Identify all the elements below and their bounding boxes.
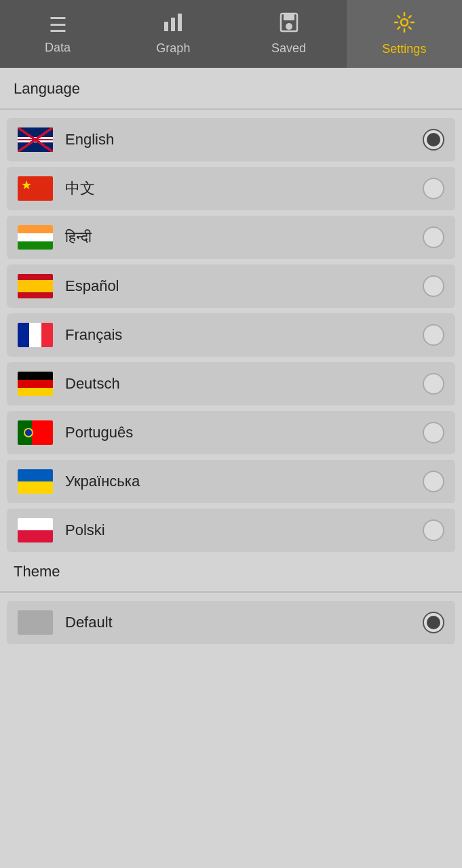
language-name-es: Español	[65, 277, 423, 295]
theme-divider	[0, 591, 462, 593]
radio-zh[interactable]	[423, 178, 444, 199]
language-list: English 中文 हिन्दी Español Français	[0, 113, 462, 557]
theme-name-default: Default	[65, 614, 423, 631]
radio-pl[interactable]	[423, 519, 444, 541]
svg-rect-5	[286, 23, 292, 30]
language-item-es[interactable]: Español	[7, 264, 455, 308]
tab-bar: ☰ Data Graph Saved Set	[0, 0, 462, 68]
flag-es	[18, 274, 53, 298]
flag-default	[18, 610, 53, 635]
language-item-pl[interactable]: Polski	[7, 509, 455, 552]
tab-settings-label: Settings	[382, 42, 426, 56]
svg-rect-4	[284, 14, 294, 20]
flag-pt	[18, 420, 53, 445]
language-item-zh[interactable]: 中文	[7, 167, 455, 210]
language-item-en[interactable]: English	[7, 118, 455, 161]
flag-in	[18, 225, 53, 250]
radio-en[interactable]	[423, 129, 444, 151]
svg-rect-0	[164, 22, 168, 31]
flag-de	[18, 372, 53, 396]
flag-pl	[18, 518, 53, 542]
graph-icon	[163, 12, 183, 37]
language-name-pt: Português	[65, 424, 423, 441]
theme-item-default[interactable]: Default	[7, 601, 455, 644]
flag-uk	[18, 127, 53, 152]
tab-data[interactable]: ☰ Data	[0, 0, 115, 68]
theme-section-header: Theme	[0, 557, 462, 589]
language-section-header: Language	[0, 68, 462, 106]
theme-list: Default	[0, 595, 462, 650]
flag-fr	[18, 323, 53, 347]
settings-icon	[393, 12, 415, 38]
language-item-hi[interactable]: हिन्दी	[7, 216, 455, 259]
language-item-uk[interactable]: Українська	[7, 460, 455, 503]
radio-fr[interactable]	[423, 324, 444, 346]
radio-hi[interactable]	[423, 226, 444, 248]
language-divider	[0, 108, 462, 110]
tab-saved-label: Saved	[271, 41, 306, 56]
tab-saved[interactable]: Saved	[231, 0, 347, 68]
saved-icon	[279, 12, 299, 37]
language-name-uk: Українська	[65, 473, 423, 490]
radio-pt[interactable]	[423, 422, 444, 443]
language-name-de: Deutsch	[65, 375, 423, 393]
flag-ua	[18, 469, 53, 494]
svg-point-6	[401, 19, 408, 26]
language-name-en: English	[65, 131, 423, 149]
language-item-pt[interactable]: Português	[7, 411, 455, 454]
tab-graph[interactable]: Graph	[115, 0, 231, 68]
tab-data-label: Data	[45, 41, 71, 55]
radio-de[interactable]	[423, 373, 444, 395]
language-name-fr: Français	[65, 326, 423, 344]
tab-graph-label: Graph	[156, 41, 190, 56]
language-name-zh: 中文	[65, 178, 423, 199]
language-name-hi: हिन्दी	[65, 229, 423, 246]
radio-es[interactable]	[423, 275, 444, 297]
tab-settings[interactable]: Settings	[347, 0, 462, 68]
language-item-fr[interactable]: Français	[7, 313, 455, 357]
data-icon: ☰	[49, 13, 67, 37]
language-item-de[interactable]: Deutsch	[7, 362, 455, 406]
radio-theme-default[interactable]	[423, 612, 444, 633]
svg-rect-2	[178, 14, 182, 31]
language-name-pl: Polski	[65, 521, 423, 539]
svg-rect-1	[171, 18, 175, 31]
radio-uk[interactable]	[423, 471, 444, 492]
flag-cn	[18, 176, 53, 201]
